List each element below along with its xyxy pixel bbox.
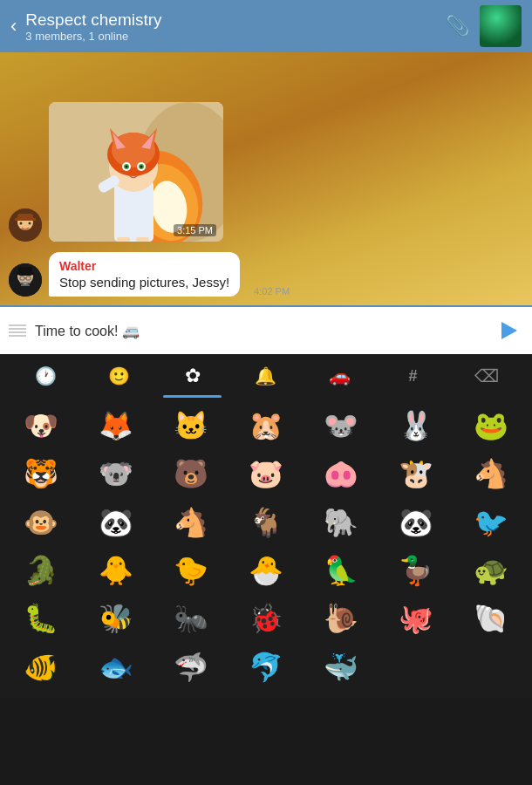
smiley-icon: 🙂 <box>108 365 130 386</box>
message-time: 4:02 PM <box>254 286 290 297</box>
svg-point-25 <box>140 166 143 168</box>
avatar <box>9 263 42 297</box>
emoji-tab-bar: 🕐 🙂 ✿ 🔔 🚗 # ⌫ <box>0 354 532 398</box>
chat-subtitle: 3 members, 1 online <box>25 30 446 43</box>
input-text-content: Time to cook! 🚐 <box>35 323 140 339</box>
emoji-cell[interactable]: 🐳 <box>304 645 379 690</box>
message-text: Stop sending pictures, Jessy! <box>59 275 229 290</box>
hash-icon: # <box>409 367 418 386</box>
message-input-display[interactable]: Time to cook! 🚐 <box>35 323 492 339</box>
message-timestamp: 3:15 PM <box>174 224 216 236</box>
avatar-image <box>480 5 522 47</box>
svg-rect-3 <box>15 218 36 221</box>
svg-rect-34 <box>21 284 30 286</box>
backspace-icon: ⌫ <box>474 365 499 386</box>
emoji-cell[interactable]: 🐷 <box>228 451 304 496</box>
svg-rect-26 <box>117 237 130 242</box>
emoji-cell[interactable]: 🐞 <box>228 596 304 641</box>
emoji-cell[interactable]: 🐼 <box>78 500 153 545</box>
emoji-cell[interactable]: 🐴 <box>454 451 529 496</box>
chat-area: 3:15 PM Walter Stop sendi <box>0 52 532 305</box>
svg-rect-32 <box>17 272 34 275</box>
input-area: Time to cook! 🚐 <box>0 305 532 354</box>
emoji-cell[interactable]: 🐬 <box>228 645 304 690</box>
emoji-cell[interactable]: 🦈 <box>153 645 228 690</box>
clock-icon: 🕐 <box>35 365 57 386</box>
emoji-cell[interactable]: 🐼 <box>379 500 454 545</box>
message-content-row: Stop sending pictures, Jessy! <box>59 275 229 290</box>
emoji-grid: 🐶 🦊 🐱 🐹 🐭 🐰 🐸 🐯 🐨 🐻 🐷 🐽 🐮 🐴 🐵 🐼 🐴 🐐 🐘 🐼 … <box>0 398 532 698</box>
chat-header: ‹ Respect chemistry 3 members, 1 online … <box>0 0 532 52</box>
emoji-cell[interactable]: 🐘 <box>304 500 379 545</box>
emoji-keyboard: 🕐 🙂 ✿ 🔔 🚗 # ⌫ 🐶 🦊 🐱 🐹 🐭 🐰 🐸 🐯 🐨 <box>0 354 532 698</box>
emoji-cell[interactable]: 🐚 <box>454 596 529 641</box>
emoji-cell[interactable]: 🐠 <box>3 645 78 690</box>
walter-avatar-img <box>9 263 42 297</box>
emoji-cell[interactable]: 🐜 <box>153 596 228 641</box>
text-message-bubble: Walter Stop sending pictures, Jessy! <box>49 252 240 297</box>
emoji-cell[interactable]: 🐊 <box>3 548 78 593</box>
group-avatar[interactable] <box>480 5 522 47</box>
emoji-cell[interactable]: 🦊 <box>78 403 153 448</box>
emoji-cell[interactable]: 🦜 <box>304 548 379 593</box>
emoji-cell[interactable]: 🐟 <box>78 645 153 690</box>
emoji-cell[interactable]: 🐯 <box>3 451 78 496</box>
emoji-cell[interactable]: 🐨 <box>78 451 153 496</box>
attach-icon[interactable]: 📎 <box>446 15 469 38</box>
message-image <box>49 102 223 242</box>
emoji-cell[interactable]: 🐢 <box>454 548 529 593</box>
tab-bell[interactable]: 🔔 <box>229 354 303 398</box>
image-message[interactable]: 3:15 PM <box>49 102 223 242</box>
emoji-cell[interactable]: 🐐 <box>228 500 304 545</box>
emoji-cell[interactable]: 🐱 <box>153 403 228 448</box>
bell-icon: 🔔 <box>255 365 276 386</box>
message-bubble: Walter Stop sending pictures, Jessy! <box>49 252 240 297</box>
car-icon: 🚗 <box>329 365 351 386</box>
emoji-cell[interactable]: 🐸 <box>454 403 529 448</box>
emoji-cell[interactable]: 🐥 <box>78 548 153 593</box>
header-info: Respect chemistry 3 members, 1 online <box>25 10 446 43</box>
image-message-bubble: 3:15 PM <box>49 102 223 242</box>
emoji-cell[interactable]: 🐭 <box>304 403 379 448</box>
svg-rect-27 <box>136 237 149 242</box>
emoji-cell[interactable]: 🐽 <box>304 451 379 496</box>
svg-point-5 <box>29 222 31 225</box>
emoji-cell[interactable]: 🐶 <box>3 403 78 448</box>
emoji-cell[interactable]: 🐰 <box>379 403 454 448</box>
emoji-cell[interactable]: 🐴 <box>153 500 228 545</box>
emoji-cell[interactable]: 🐻 <box>153 451 228 496</box>
svg-rect-33 <box>20 282 31 283</box>
emoji-cell[interactable]: 🐵 <box>3 500 78 545</box>
message-row: 3:15 PM <box>9 102 223 242</box>
tab-smileys[interactable]: 🙂 <box>82 354 155 398</box>
emoji-cell[interactable]: 🐙 <box>379 596 454 641</box>
tab-backspace[interactable]: ⌫ <box>450 354 523 398</box>
emoji-cell[interactable]: 🦆 <box>379 548 454 593</box>
tab-recent[interactable]: 🕐 <box>9 354 82 398</box>
emoji-cell[interactable]: 🐛 <box>3 596 78 641</box>
emoji-cell[interactable]: 🐝 <box>78 596 153 641</box>
emoji-cell[interactable]: 🐌 <box>304 596 379 641</box>
tab-symbols[interactable]: # <box>376 354 449 398</box>
back-button[interactable]: ‹ <box>10 15 17 38</box>
flower-icon: ✿ <box>185 365 201 387</box>
emoji-cell[interactable]: 🐹 <box>228 403 304 448</box>
menu-lines-icon[interactable] <box>9 324 26 337</box>
emoji-cell[interactable]: 🐮 <box>379 451 454 496</box>
message-row: Walter Stop sending pictures, Jessy! 4:0… <box>9 252 290 297</box>
emoji-cell[interactable]: 🐣 <box>228 548 304 593</box>
tab-nature[interactable]: ✿ <box>156 354 229 398</box>
tab-travel[interactable]: 🚗 <box>303 354 376 398</box>
emoji-cell[interactable]: 🐤 <box>153 548 228 593</box>
jessy-avatar-img <box>9 208 42 242</box>
avatar <box>9 208 42 242</box>
header-icons: 📎 <box>446 5 522 47</box>
svg-point-4 <box>20 222 23 225</box>
emoji-cell[interactable]: 🐦 <box>454 500 529 545</box>
send-button[interactable] <box>492 315 523 346</box>
chat-title: Respect chemistry <box>25 10 446 30</box>
send-icon <box>501 322 517 339</box>
message-sender: Walter <box>59 259 229 273</box>
svg-point-22 <box>126 166 128 168</box>
